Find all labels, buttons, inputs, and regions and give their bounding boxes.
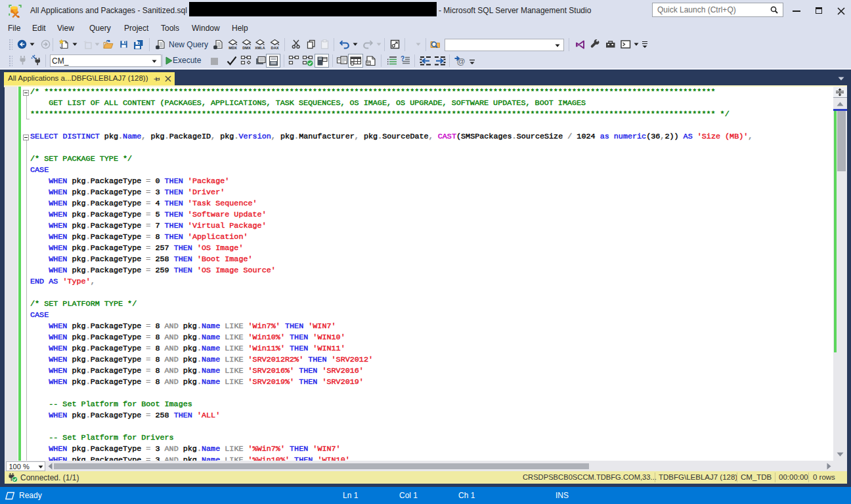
svg-text:DAX: DAX: [271, 46, 279, 50]
svg-text:XMLA: XMLA: [255, 46, 265, 50]
svg-text:MDX: MDX: [229, 46, 237, 50]
svg-text:DMX: DMX: [242, 46, 251, 50]
